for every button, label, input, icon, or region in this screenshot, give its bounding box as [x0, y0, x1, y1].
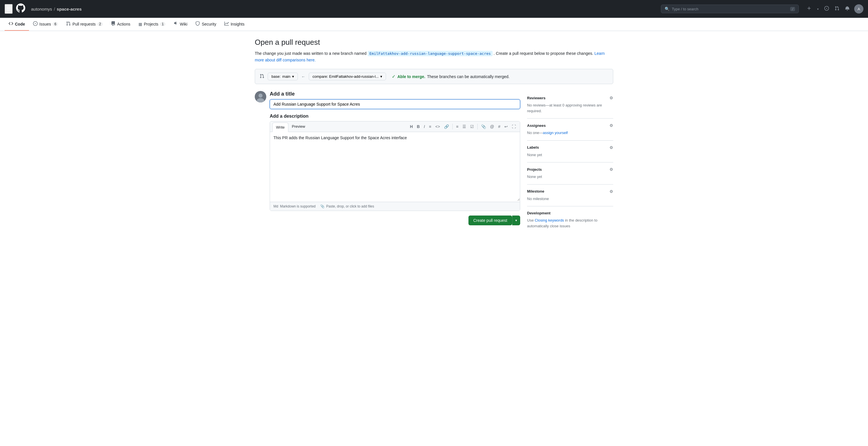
toolbar-task-list-btn[interactable]: ☑ [468, 123, 476, 130]
create-pr-button[interactable]: Create pull request [468, 215, 512, 225]
tab-write[interactable]: Write [272, 123, 288, 132]
issues-badge: 6 [53, 22, 58, 26]
toolbar-bold-btn[interactable]: B [415, 123, 421, 130]
tab-code-label: Code [15, 22, 25, 26]
user-avatar[interactable]: A [854, 4, 863, 13]
toolbar-italic-btn[interactable]: I [422, 123, 427, 130]
pr-form-sidebar: Reviewers ⚙ No reviews—at least 0 approv… [527, 91, 613, 233]
tab-wiki-label: Wiki [180, 22, 187, 26]
milestone-gear-icon[interactable]: ⚙ [610, 189, 613, 194]
projects-title: Projects [527, 167, 542, 172]
branch-name-code: EmilFattakhov-add-russian-language-suppo… [368, 51, 493, 56]
toolbar-quote-btn[interactable]: ≡ [427, 123, 433, 130]
description-prefix: The change you just made was written to … [255, 51, 367, 56]
tab-preview[interactable]: Preview [288, 122, 308, 132]
form-area: Add a title Add a description Write Prev… [270, 91, 520, 225]
assignees-title: Assignees [527, 124, 546, 128]
editor-toolbar: H B I ≡ <> 🔗 [408, 122, 518, 131]
merge-check-icon: ✓ [392, 74, 396, 79]
reviewers-title: Reviewers [527, 96, 546, 100]
sidebar-milestone-section: Milestone ⚙ No milestone [527, 184, 613, 207]
tab-wiki[interactable]: Wiki [169, 18, 191, 31]
projects-gear-icon[interactable]: ⚙ [610, 167, 613, 172]
assignees-gear-icon[interactable]: ⚙ [610, 123, 613, 128]
sidebar-assignees-section: Assignees ⚙ No one—assign yourself [527, 118, 613, 141]
markdown-text: Markdown is supported [280, 204, 316, 208]
labels-gear-icon[interactable]: ⚙ [610, 145, 613, 150]
tab-security[interactable]: Security [191, 18, 220, 31]
sidebar-labels-section: Labels ⚙ None yet [527, 141, 613, 163]
breadcrumb-user[interactable]: autonomys [31, 7, 52, 11]
merge-status: ✓ Able to merge. These branches can be a… [392, 74, 509, 79]
create-pr-label: Create pull request [473, 218, 507, 223]
development-content: Use Closing keywords in the description … [527, 217, 613, 229]
base-chevron: ▾ [292, 74, 294, 79]
tab-code[interactable]: Code [5, 18, 29, 31]
tab-projects[interactable]: ▦ Projects 1 [134, 19, 169, 30]
search-bar[interactable]: 🔍 Type / to search / [661, 5, 799, 13]
projects-badge: 1 [160, 22, 165, 26]
user-avatar-large [255, 91, 266, 102]
toolbar-unordered-list-btn[interactable]: ☰ [461, 123, 468, 130]
assignees-header: Assignees ⚙ [527, 123, 613, 128]
toolbar-fullscreen-btn[interactable]: ⛶ [510, 123, 518, 130]
tab-actions-label: Actions [117, 22, 130, 26]
merge-description: These branches can be automatically merg… [427, 74, 509, 79]
base-label: base: [272, 74, 281, 79]
insights-tab-icon [224, 21, 229, 27]
pr-description-textarea[interactable]: This PR adds the Russian Language Suppor… [270, 132, 520, 201]
assign-yourself-link[interactable]: assign yourself [543, 131, 568, 135]
plus-icon[interactable] [806, 5, 812, 13]
page-bottom [0, 240, 868, 258]
toolbar-code-btn[interactable]: <> [433, 123, 441, 130]
toolbar-ordered-list-btn[interactable]: ≡ [455, 123, 460, 130]
create-pr-dropdown-icon: ▾ [515, 218, 517, 222]
actions-tab-icon [111, 21, 116, 27]
submit-area: Create pull request ▾ [270, 215, 520, 225]
breadcrumb: autonomys / space-acres [31, 7, 82, 11]
breadcrumb-separator: / [54, 7, 55, 11]
github-logo[interactable] [16, 3, 25, 14]
milestone-header: Milestone ⚙ [527, 189, 613, 194]
toolbar-reply-btn[interactable]: ↩ [503, 123, 509, 130]
toolbar-reference-btn[interactable]: # [496, 123, 502, 130]
toolbar-heading-btn[interactable]: H [408, 123, 414, 130]
tab-pullrequests[interactable]: Pull requests 2 [62, 18, 107, 31]
hamburger-menu[interactable]: ☰ [5, 4, 13, 14]
branch-left-arrow: ← [301, 74, 305, 79]
sidebar-projects-section: Projects ⚙ None yet [527, 163, 613, 184]
sidebar-reviewers-section: Reviewers ⚙ No reviews—at least 0 approv… [527, 91, 613, 118]
issues-tab-icon [33, 21, 38, 27]
desc-section-label: Add a description [270, 114, 520, 119]
tab-issues-label: Issues [39, 22, 51, 26]
toolbar-divider-2 [477, 124, 478, 130]
toolbar-attach-btn[interactable]: 📎 [479, 123, 488, 130]
issues-icon[interactable] [823, 5, 830, 13]
tab-pr-label: Pull requests [72, 22, 96, 26]
toolbar-link-btn[interactable]: 🔗 [442, 123, 451, 130]
repo-navigation: Code Issues 6 Pull requests 2 Actions ▦ … [0, 18, 868, 31]
pr-form-main: Add a title Add a description Write Prev… [255, 91, 520, 225]
base-branch-btn[interactable]: base: main ▾ [268, 73, 298, 80]
tab-insights[interactable]: Insights [220, 18, 248, 31]
notification-icon[interactable] [844, 5, 851, 13]
attach-note[interactable]: 📎 Paste, drop, or click to add files [320, 204, 374, 208]
tab-actions[interactable]: Actions [107, 18, 134, 31]
description-text: The change you just made was written to … [255, 50, 613, 63]
closing-keywords-link[interactable]: Closing keywords [535, 218, 564, 222]
tab-issues[interactable]: Issues 6 [29, 18, 62, 31]
labels-title: Labels [527, 145, 539, 149]
compare-branch-btn[interactable]: compare: EmilFattakhov-add-russian-l... … [309, 73, 386, 80]
pr-title-input[interactable] [270, 99, 520, 109]
code-icon [9, 21, 13, 27]
top-nav-actions: ▾ A [806, 4, 863, 13]
labels-content: None yet [527, 152, 613, 158]
pullrequest-icon[interactable] [834, 5, 840, 13]
milestone-title: Milestone [527, 189, 544, 194]
reviewers-gear-icon[interactable]: ⚙ [610, 96, 613, 100]
create-pr-dropdown-button[interactable]: ▾ [512, 215, 520, 225]
toolbar-mention-btn[interactable]: @ [488, 123, 496, 130]
dropdown-icon[interactable]: ▾ [816, 6, 820, 12]
attach-icon: 📎 [320, 204, 324, 208]
breadcrumb-repo[interactable]: space-acres [57, 7, 82, 11]
